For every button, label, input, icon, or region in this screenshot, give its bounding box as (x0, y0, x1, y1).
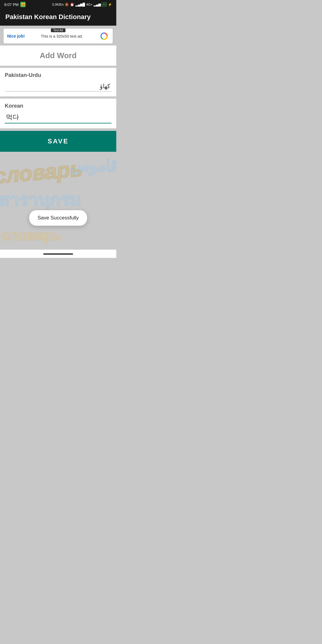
ad-label: Test Ad (51, 28, 66, 32)
toast-text: Save Successfully (38, 215, 79, 221)
app-icon: 🐱 (20, 2, 26, 7)
alarm-icon: ⏰ (70, 3, 74, 7)
charging-icon: ⚡ (108, 3, 112, 7)
status-left: 9:07 PM 🐱 (4, 2, 26, 7)
toast-message: Save Successfully (29, 210, 87, 226)
korean-input[interactable] (5, 112, 112, 123)
urdu-section: Pakistan-Urdu (0, 68, 116, 97)
background-area: словарь قاموس สารานุกรม словарь Save Suc… (0, 154, 116, 250)
mute-icon: 🔕 (65, 3, 69, 7)
signal-icon: ▂▄▆█ (75, 3, 85, 7)
save-button[interactable]: SAVE (0, 131, 116, 152)
ad-text: This is a 320x50 test ad. (25, 34, 99, 38)
watermark-arabic: قاموس (70, 157, 116, 175)
status-right: 0.0KB/s 🔕 ⏰ ▂▄▆█ 4G+ ▂▄▆ 80 ⚡ (52, 2, 112, 7)
app-title: Pakistan Korean Dictionary (5, 13, 111, 21)
korean-section-label: Korean (5, 103, 112, 109)
watermark-russian: словарь (0, 156, 83, 188)
ad-banner[interactable]: Test Ad Nice job! This is a 320x50 test … (4, 29, 113, 44)
battery-icon: 80 (102, 2, 107, 7)
status-bar: 9:07 PM 🐱 0.0KB/s 🔕 ⏰ ▂▄▆█ 4G+ ▂▄▆ 80 ⚡ (0, 0, 116, 9)
bottom-nav-bar (0, 250, 116, 258)
ad-nice-job: Nice job! (7, 34, 25, 38)
urdu-section-label: Pakistan-Urdu (5, 72, 112, 78)
ad-logo-icon (99, 31, 109, 41)
add-word-title: Add Word (40, 51, 77, 60)
urdu-input[interactable] (5, 81, 112, 92)
app-header: Pakistan Korean Dictionary (0, 9, 116, 26)
signal2-icon: ▂▄▆ (94, 3, 101, 7)
watermark-russian2: словарь (1, 227, 61, 244)
home-indicator (43, 253, 73, 255)
watermark-thai1: สารานุกรม (0, 186, 81, 214)
korean-section: Korean (0, 98, 116, 129)
add-word-section: Add Word (0, 45, 116, 66)
signal-label: 4G+ (86, 3, 92, 6)
network-speed: 0.0KB/s (52, 3, 64, 6)
time-display: 9:07 PM (4, 2, 18, 7)
